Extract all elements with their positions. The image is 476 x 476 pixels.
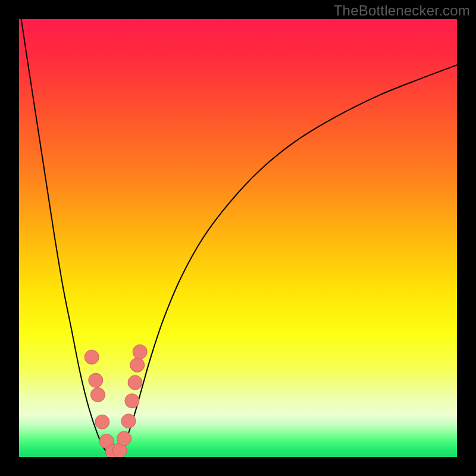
data-marker [89, 373, 103, 387]
plot-area [19, 19, 457, 457]
data-marker [128, 375, 142, 390]
chart-frame: TheBottlenecker.com [0, 0, 476, 476]
data-marker [121, 414, 136, 428]
watermark-text: TheBottlenecker.com [334, 2, 470, 19]
chart-svg [19, 19, 457, 457]
data-marker [117, 431, 131, 446]
data-marker [95, 415, 109, 429]
data-marker [125, 394, 139, 408]
data-marker [84, 350, 99, 364]
data-marker [130, 358, 145, 372]
data-marker [133, 345, 147, 359]
data-marker [90, 387, 105, 402]
